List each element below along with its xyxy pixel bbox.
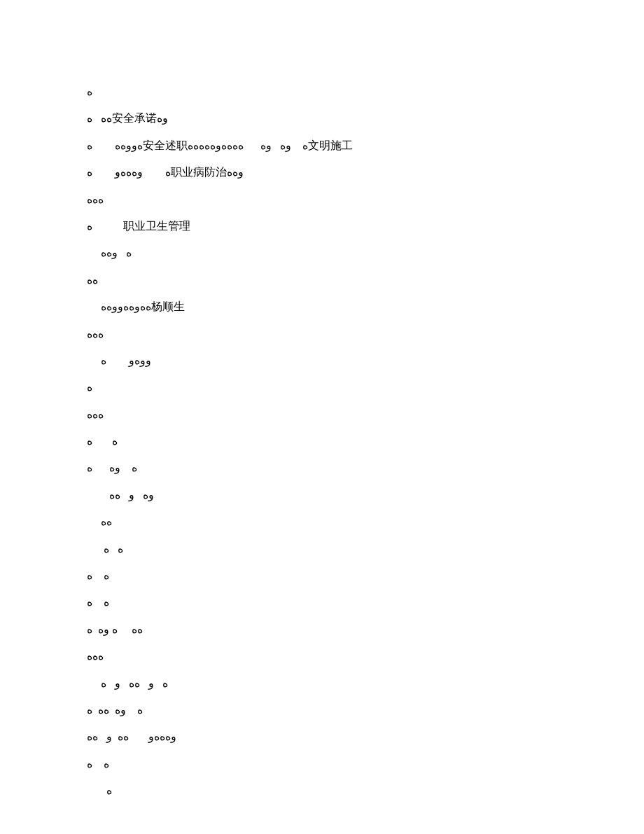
text-line: ەە	[87, 508, 557, 535]
text-line: ە وەە	[87, 239, 557, 266]
text-line: ە وە ە	[87, 454, 557, 481]
text-line: ە	[87, 78, 557, 105]
text-line: ە	[87, 777, 557, 804]
text-line: ە ە	[87, 428, 557, 454]
text-line: ە وە ەە ە	[87, 697, 557, 723]
text-line: ە و ەە و ە	[87, 670, 557, 697]
document-text: ەەە ە安全承诺وەەووەە ە安全述职ە وە وە ەەەەوەەەەە…	[87, 78, 557, 805]
text-line: وە و ەە	[87, 482, 557, 508]
text-line: ە 职业卫生管理	[87, 213, 557, 239]
text-line: ەەە	[87, 186, 557, 213]
text-line: ەەە	[87, 321, 557, 347]
text-line: ەووەە ە安全述职ە وە وە ەەەەوەەەەە文明施工	[87, 132, 557, 159]
text-line: ە ە	[87, 562, 557, 589]
text-line: ەەوەەووەە杨顺生	[87, 293, 557, 320]
text-line: ەە ە وە ە	[87, 616, 557, 643]
text-line: ە	[87, 374, 557, 401]
text-line: ە ە	[87, 536, 557, 562]
text-line: ەەە	[87, 401, 557, 428]
text-line: ووەو ە	[87, 347, 557, 374]
text-line: ە وەەەو ە职业病防治وەە	[87, 159, 557, 186]
text-line: ەە ە安全承诺وە	[87, 105, 557, 132]
text-line: ە ە	[87, 589, 557, 616]
text-line: ەەە	[87, 643, 557, 669]
text-line: وەەەو ەە و ەە	[87, 723, 557, 750]
text-line: ە ە	[87, 751, 557, 777]
text-line: ەە	[87, 267, 557, 293]
